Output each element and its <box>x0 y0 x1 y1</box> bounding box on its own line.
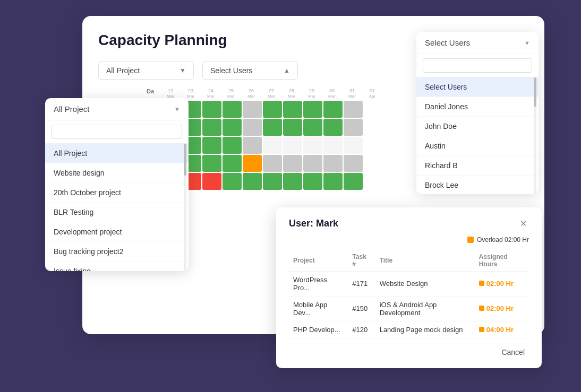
scrollbar-thumb <box>534 77 536 107</box>
grid-cell <box>243 137 262 154</box>
grid-cell <box>223 101 242 118</box>
modal-title: User: Mark <box>289 218 338 229</box>
list-item[interactable]: BLR Testing <box>45 203 189 222</box>
grid-cell <box>263 155 282 172</box>
list-item[interactable]: Daniel Jones <box>416 97 539 117</box>
grid-date-25: 25Mar <box>221 88 241 99</box>
grid-cell <box>263 119 282 136</box>
cell-title: iOS & Android App Development <box>375 296 475 321</box>
grid-date-01: 01Apr <box>363 88 382 99</box>
hours-dot <box>479 281 484 286</box>
grid-cell <box>263 137 282 154</box>
list-item[interactable]: Select Users <box>416 77 539 97</box>
select-users-search-area <box>416 54 539 77</box>
hours-badge: 02:00 Hr <box>479 304 514 312</box>
all-project-card: All Project ▼ All Project Website design… <box>45 98 189 271</box>
hours-badge: 02:00 Hr <box>479 280 514 288</box>
all-project-search-input[interactable] <box>52 125 182 139</box>
cell-hours: 02:00 Hr <box>475 271 529 296</box>
all-project-header: All Project ▼ <box>45 98 189 120</box>
select-users-filter[interactable]: Select Users ▲ <box>202 62 298 80</box>
grid-cell <box>283 155 302 172</box>
close-icon[interactable]: ✕ <box>517 218 529 230</box>
list-item[interactable]: John Doe <box>416 117 539 136</box>
chevron-down-icon: ▼ <box>180 67 186 74</box>
grid-date-12: 12Mar <box>161 88 180 99</box>
cell-project: PHP Develop... <box>289 321 348 338</box>
grid-date-23: 23Mar <box>181 88 200 99</box>
grid-date-26: 26Mar <box>242 88 261 99</box>
cell-hours: 02:00 Hr <box>475 296 529 321</box>
table-body: WordPress Pro... #171 Website Design 02:… <box>289 271 529 338</box>
grid-date-header: Da <box>141 88 160 99</box>
list-item-brock-lee[interactable]: Brock Lee <box>416 176 539 194</box>
grid-cell <box>263 101 282 118</box>
grid-cell <box>283 137 302 154</box>
chevron-up-icon: ▲ <box>284 67 290 74</box>
cell-title: Landing Page mock design <box>375 321 475 338</box>
list-item[interactable]: Bug tracking project2 <box>45 242 189 262</box>
grid-date-29: 29Mar <box>302 88 321 99</box>
all-project-list: All Project Website design 20th October … <box>45 144 189 271</box>
grid-cell <box>223 119 242 136</box>
select-users-title: Select Users <box>425 38 470 47</box>
modal-header: User: Mark ✕ <box>289 218 529 230</box>
grid-cell <box>283 173 302 190</box>
cell-title: Website Design <box>375 271 475 296</box>
table-header: Project Task # Title Assigned Hours <box>289 250 529 272</box>
grid-cell <box>303 101 322 118</box>
table-row: WordPress Pro... #171 Website Design 02:… <box>289 271 529 296</box>
grid-cell <box>243 173 262 190</box>
grid-cell <box>303 137 322 154</box>
grid-cell <box>323 173 343 190</box>
select-users-list: Select Users Daniel Jones John Doe Austi… <box>416 77 539 194</box>
grid-cell <box>323 119 343 136</box>
grid-cell <box>283 101 302 118</box>
list-item[interactable]: Development project <box>45 222 189 242</box>
grid-cell <box>344 173 363 190</box>
all-project-filter[interactable]: All Project ▼ <box>98 62 194 80</box>
grid-cell <box>202 101 221 118</box>
grid-cell <box>243 119 262 136</box>
hours-value: 02:00 Hr <box>486 304 514 312</box>
list-item[interactable]: Richard B <box>416 156 539 176</box>
scrollbar-track <box>534 77 536 194</box>
grid-cell <box>323 155 343 172</box>
list-item[interactable]: Issue fixing <box>45 262 189 271</box>
grid-date-31: 31Mar <box>343 88 362 99</box>
grid-cell <box>303 155 322 172</box>
grid-date-24: 24Mar <box>201 88 220 99</box>
grid-cell <box>223 155 242 172</box>
select-users-header: Select Users ▼ <box>416 32 539 54</box>
col-hours: Assigned Hours <box>475 250 529 272</box>
cell-task: #120 <box>348 321 375 338</box>
grid-cell <box>202 173 221 190</box>
select-users-search-input[interactable] <box>423 58 532 73</box>
select-users-label: Select Users <box>210 66 252 75</box>
grid-cell <box>344 119 363 136</box>
grid-date-30: 30Mar <box>322 88 341 99</box>
grid-cell <box>323 101 343 118</box>
col-title: Title <box>375 250 475 272</box>
modal-legend: Overload 02:00 Hr <box>289 236 529 243</box>
user-detail-modal: User: Mark ✕ Overload 02:00 Hr Project T… <box>276 207 542 369</box>
chevron-down-icon: ▼ <box>174 106 180 112</box>
hours-value: 04:00 Hr <box>486 326 514 334</box>
list-item[interactable]: Austin <box>416 136 539 156</box>
grid-cell <box>303 119 322 136</box>
hours-value: 02:00 Hr <box>486 280 514 288</box>
grid-date-28: 28Mar <box>282 88 301 99</box>
grid-cell <box>202 119 221 136</box>
cancel-button[interactable]: Cancel <box>497 346 529 359</box>
modal-footer: Cancel <box>289 346 529 359</box>
grid-cell <box>303 173 322 190</box>
list-item[interactable]: 20th October project <box>45 183 189 203</box>
all-project-title: All Project <box>54 104 90 114</box>
all-project-search-area <box>45 120 189 144</box>
list-item[interactable]: Website design <box>45 163 189 183</box>
modal-table: Project Task # Title Assigned Hours Word… <box>289 250 529 339</box>
grid-cell <box>263 173 282 190</box>
list-item[interactable]: All Project <box>45 144 189 163</box>
legend-dot <box>467 237 474 243</box>
grid-cell <box>202 155 221 172</box>
